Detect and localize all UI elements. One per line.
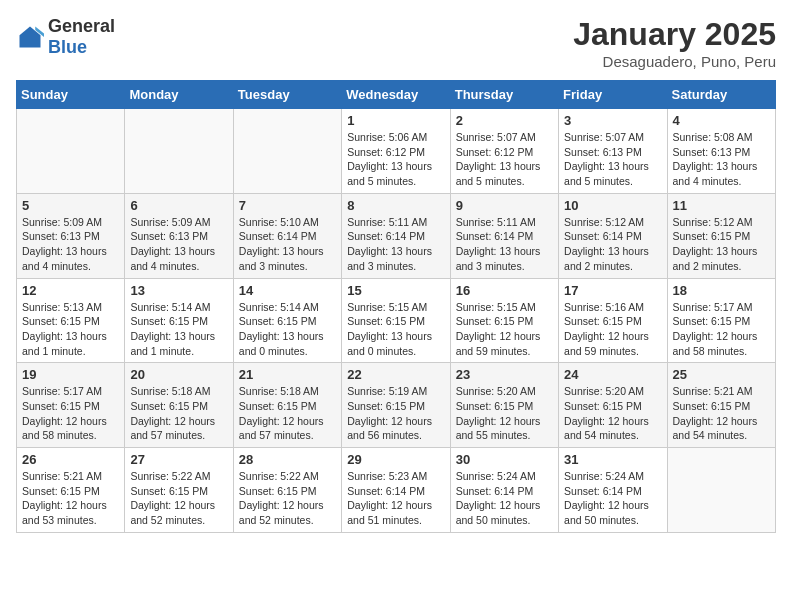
- day-info: Sunrise: 5:20 AMSunset: 6:15 PMDaylight:…: [456, 384, 553, 443]
- calendar-cell: [233, 109, 341, 194]
- day-info: Sunrise: 5:12 AMSunset: 6:15 PMDaylight:…: [673, 215, 770, 274]
- day-info: Sunrise: 5:23 AMSunset: 6:14 PMDaylight:…: [347, 469, 444, 528]
- day-info: Sunrise: 5:07 AMSunset: 6:13 PMDaylight:…: [564, 130, 661, 189]
- day-info: Sunrise: 5:24 AMSunset: 6:14 PMDaylight:…: [564, 469, 661, 528]
- weekday-header-friday: Friday: [559, 81, 667, 109]
- day-number: 26: [22, 452, 119, 467]
- calendar-cell: 11Sunrise: 5:12 AMSunset: 6:15 PMDayligh…: [667, 193, 775, 278]
- day-info: Sunrise: 5:08 AMSunset: 6:13 PMDaylight:…: [673, 130, 770, 189]
- day-info: Sunrise: 5:16 AMSunset: 6:15 PMDaylight:…: [564, 300, 661, 359]
- calendar-cell: 12Sunrise: 5:13 AMSunset: 6:15 PMDayligh…: [17, 278, 125, 363]
- calendar-cell: 9Sunrise: 5:11 AMSunset: 6:14 PMDaylight…: [450, 193, 558, 278]
- calendar-cell: 31Sunrise: 5:24 AMSunset: 6:14 PMDayligh…: [559, 448, 667, 533]
- day-info: Sunrise: 5:15 AMSunset: 6:15 PMDaylight:…: [456, 300, 553, 359]
- day-number: 28: [239, 452, 336, 467]
- day-number: 24: [564, 367, 661, 382]
- day-number: 30: [456, 452, 553, 467]
- calendar-cell: 27Sunrise: 5:22 AMSunset: 6:15 PMDayligh…: [125, 448, 233, 533]
- day-info: Sunrise: 5:07 AMSunset: 6:12 PMDaylight:…: [456, 130, 553, 189]
- day-number: 10: [564, 198, 661, 213]
- calendar-cell: 26Sunrise: 5:21 AMSunset: 6:15 PMDayligh…: [17, 448, 125, 533]
- weekday-header-saturday: Saturday: [667, 81, 775, 109]
- day-number: 27: [130, 452, 227, 467]
- day-number: 3: [564, 113, 661, 128]
- calendar-cell: [125, 109, 233, 194]
- day-number: 6: [130, 198, 227, 213]
- logo-text-general: General: [48, 16, 115, 36]
- day-number: 17: [564, 283, 661, 298]
- day-number: 7: [239, 198, 336, 213]
- day-info: Sunrise: 5:24 AMSunset: 6:14 PMDaylight:…: [456, 469, 553, 528]
- calendar-cell: [17, 109, 125, 194]
- logo-text-blue: Blue: [48, 37, 87, 57]
- day-info: Sunrise: 5:12 AMSunset: 6:14 PMDaylight:…: [564, 215, 661, 274]
- day-number: 23: [456, 367, 553, 382]
- day-info: Sunrise: 5:22 AMSunset: 6:15 PMDaylight:…: [130, 469, 227, 528]
- day-number: 31: [564, 452, 661, 467]
- day-number: 14: [239, 283, 336, 298]
- day-info: Sunrise: 5:11 AMSunset: 6:14 PMDaylight:…: [456, 215, 553, 274]
- day-number: 1: [347, 113, 444, 128]
- day-info: Sunrise: 5:18 AMSunset: 6:15 PMDaylight:…: [239, 384, 336, 443]
- calendar-cell: 20Sunrise: 5:18 AMSunset: 6:15 PMDayligh…: [125, 363, 233, 448]
- day-info: Sunrise: 5:09 AMSunset: 6:13 PMDaylight:…: [130, 215, 227, 274]
- calendar-cell: 4Sunrise: 5:08 AMSunset: 6:13 PMDaylight…: [667, 109, 775, 194]
- calendar-cell: 5Sunrise: 5:09 AMSunset: 6:13 PMDaylight…: [17, 193, 125, 278]
- calendar-week-3: 12Sunrise: 5:13 AMSunset: 6:15 PMDayligh…: [17, 278, 776, 363]
- calendar-header: SundayMondayTuesdayWednesdayThursdayFrid…: [17, 81, 776, 109]
- calendar-cell: 30Sunrise: 5:24 AMSunset: 6:14 PMDayligh…: [450, 448, 558, 533]
- logo: General Blue: [16, 16, 115, 58]
- title-block: January 2025 Desaguadero, Puno, Peru: [573, 16, 776, 70]
- day-number: 5: [22, 198, 119, 213]
- weekday-header-thursday: Thursday: [450, 81, 558, 109]
- calendar-cell: 24Sunrise: 5:20 AMSunset: 6:15 PMDayligh…: [559, 363, 667, 448]
- day-number: 4: [673, 113, 770, 128]
- calendar-cell: 10Sunrise: 5:12 AMSunset: 6:14 PMDayligh…: [559, 193, 667, 278]
- calendar-cell: 23Sunrise: 5:20 AMSunset: 6:15 PMDayligh…: [450, 363, 558, 448]
- calendar-cell: [667, 448, 775, 533]
- calendar-week-4: 19Sunrise: 5:17 AMSunset: 6:15 PMDayligh…: [17, 363, 776, 448]
- day-number: 9: [456, 198, 553, 213]
- day-number: 22: [347, 367, 444, 382]
- day-number: 8: [347, 198, 444, 213]
- day-number: 21: [239, 367, 336, 382]
- day-number: 25: [673, 367, 770, 382]
- logo-icon: [16, 23, 44, 51]
- day-info: Sunrise: 5:17 AMSunset: 6:15 PMDaylight:…: [673, 300, 770, 359]
- calendar-cell: 17Sunrise: 5:16 AMSunset: 6:15 PMDayligh…: [559, 278, 667, 363]
- calendar-cell: 8Sunrise: 5:11 AMSunset: 6:14 PMDaylight…: [342, 193, 450, 278]
- day-info: Sunrise: 5:15 AMSunset: 6:15 PMDaylight:…: [347, 300, 444, 359]
- day-info: Sunrise: 5:10 AMSunset: 6:14 PMDaylight:…: [239, 215, 336, 274]
- calendar-cell: 13Sunrise: 5:14 AMSunset: 6:15 PMDayligh…: [125, 278, 233, 363]
- calendar-cell: 28Sunrise: 5:22 AMSunset: 6:15 PMDayligh…: [233, 448, 341, 533]
- calendar-cell: 2Sunrise: 5:07 AMSunset: 6:12 PMDaylight…: [450, 109, 558, 194]
- calendar-cell: 21Sunrise: 5:18 AMSunset: 6:15 PMDayligh…: [233, 363, 341, 448]
- day-info: Sunrise: 5:11 AMSunset: 6:14 PMDaylight:…: [347, 215, 444, 274]
- calendar-cell: 16Sunrise: 5:15 AMSunset: 6:15 PMDayligh…: [450, 278, 558, 363]
- day-info: Sunrise: 5:21 AMSunset: 6:15 PMDaylight:…: [22, 469, 119, 528]
- day-number: 11: [673, 198, 770, 213]
- weekday-header-sunday: Sunday: [17, 81, 125, 109]
- calendar-cell: 7Sunrise: 5:10 AMSunset: 6:14 PMDaylight…: [233, 193, 341, 278]
- calendar-cell: 1Sunrise: 5:06 AMSunset: 6:12 PMDaylight…: [342, 109, 450, 194]
- day-number: 29: [347, 452, 444, 467]
- calendar-subtitle: Desaguadero, Puno, Peru: [573, 53, 776, 70]
- calendar-cell: 14Sunrise: 5:14 AMSunset: 6:15 PMDayligh…: [233, 278, 341, 363]
- day-number: 2: [456, 113, 553, 128]
- page-header: General Blue January 2025 Desaguadero, P…: [16, 16, 776, 70]
- weekday-header-tuesday: Tuesday: [233, 81, 341, 109]
- weekday-header-wednesday: Wednesday: [342, 81, 450, 109]
- day-number: 19: [22, 367, 119, 382]
- calendar-cell: 19Sunrise: 5:17 AMSunset: 6:15 PMDayligh…: [17, 363, 125, 448]
- day-info: Sunrise: 5:14 AMSunset: 6:15 PMDaylight:…: [239, 300, 336, 359]
- calendar-cell: 15Sunrise: 5:15 AMSunset: 6:15 PMDayligh…: [342, 278, 450, 363]
- day-info: Sunrise: 5:22 AMSunset: 6:15 PMDaylight:…: [239, 469, 336, 528]
- day-info: Sunrise: 5:14 AMSunset: 6:15 PMDaylight:…: [130, 300, 227, 359]
- calendar-cell: 22Sunrise: 5:19 AMSunset: 6:15 PMDayligh…: [342, 363, 450, 448]
- day-info: Sunrise: 5:19 AMSunset: 6:15 PMDaylight:…: [347, 384, 444, 443]
- calendar-cell: 3Sunrise: 5:07 AMSunset: 6:13 PMDaylight…: [559, 109, 667, 194]
- day-info: Sunrise: 5:20 AMSunset: 6:15 PMDaylight:…: [564, 384, 661, 443]
- day-number: 15: [347, 283, 444, 298]
- calendar-cell: 29Sunrise: 5:23 AMSunset: 6:14 PMDayligh…: [342, 448, 450, 533]
- calendar-cell: 18Sunrise: 5:17 AMSunset: 6:15 PMDayligh…: [667, 278, 775, 363]
